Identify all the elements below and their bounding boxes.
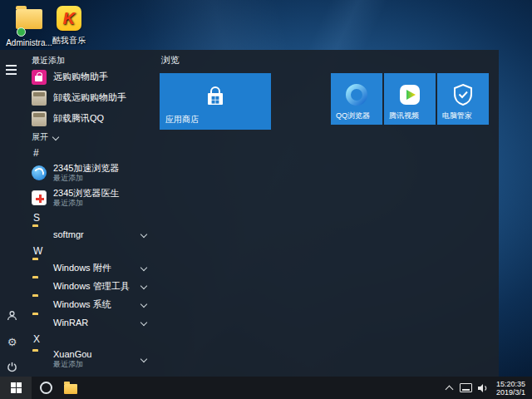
folder-label: WinRAR (53, 318, 88, 328)
shopping-app-icon (32, 70, 47, 85)
expand-button[interactable]: 展开 (23, 129, 160, 145)
tile-app-store[interactable]: 应用商店 (160, 73, 271, 130)
folder-icon (16, 9, 42, 36)
folder-item-windows-system[interactable]: Windows 系统 (23, 295, 160, 313)
taskbar: 15:20:35 2019/3/1 (0, 377, 532, 399)
shield-icon (451, 83, 475, 106)
tile-pc-manager[interactable]: 电脑管家 (437, 73, 489, 125)
folder-label: XuanGou (53, 349, 91, 359)
uninstaller-icon (32, 91, 47, 106)
qq-browser-icon (344, 82, 369, 107)
app-item-2345-doctor[interactable]: 2345浏览器医生 最近添加 (23, 185, 160, 210)
expand-label: 展开 (32, 131, 48, 143)
app-label: 卸载远购购物助手 (53, 91, 126, 104)
folder-item-xuangou[interactable]: XuanGou 最近添加 (23, 347, 160, 372)
tile-label: 应用商店 (165, 114, 199, 126)
hamburger-menu-icon[interactable] (6, 65, 17, 77)
section-letter-w[interactable]: W (23, 244, 160, 259)
tile-label: QQ浏览器 (336, 111, 370, 121)
speaker-icon (477, 383, 489, 393)
chevron-down-icon (52, 134, 59, 140)
clock-time: 15:20:35 (496, 380, 525, 388)
start-button[interactable] (0, 377, 32, 399)
search-icon (40, 382, 52, 394)
folder-item-windows-accessories[interactable]: Windows 附件 (23, 259, 160, 277)
kuwo-music-icon: K (56, 6, 82, 32)
system-tray: 15:20:35 2019/3/1 (441, 377, 532, 399)
app-sublabel: 最近添加 (53, 198, 119, 208)
start-menu-rail: ⚙ (0, 50, 23, 377)
user-icon (7, 310, 17, 321)
keyboard-icon (460, 383, 472, 392)
folder-item-winrar[interactable]: WinRAR (23, 313, 160, 332)
start-menu: ⚙ 最近添加 远购购物助手 卸载远购购物助手 卸载腾讯QQ 展开 # (0, 50, 499, 377)
desktop-icon-label: 酷我音乐 (45, 35, 93, 47)
app-label: 2345浏览器医生 (53, 188, 119, 198)
file-explorer-icon (64, 384, 77, 394)
doctor-app-icon (32, 190, 47, 205)
file-explorer-button[interactable] (60, 377, 81, 399)
chevron-down-icon (140, 356, 147, 362)
gear-icon: ⚙ (7, 336, 17, 348)
app-item-uninstall-qq[interactable]: 卸载腾讯QQ (23, 108, 160, 129)
chevron-down-icon (140, 319, 147, 326)
app-label: 远购购物助手 (53, 71, 108, 83)
play-icon (398, 83, 421, 106)
app-sublabel: 最近添加 (53, 173, 119, 183)
desktop-icon-kuwo-music[interactable]: K 酷我音乐 (45, 5, 93, 47)
app-item-2345-browser[interactable]: 2345加速浏览器 最近添加 (23, 160, 160, 185)
folder-label: softmgr (53, 229, 84, 239)
tile-label: 电脑管家 (442, 111, 472, 121)
tile-tencent-video[interactable]: 腾讯视频 (384, 73, 436, 125)
tile-qq-browser[interactable]: QQ浏览器 (331, 73, 382, 125)
section-letter-hash[interactable]: # (23, 145, 160, 160)
app-label: 卸载腾讯QQ (53, 112, 104, 125)
clock-date: 2019/3/1 (496, 388, 525, 397)
chevron-up-icon (446, 385, 454, 393)
power-icon (7, 362, 17, 372)
chevron-down-icon (140, 264, 147, 271)
chevron-down-icon (140, 231, 147, 238)
start-tiles-area: 浏览 应用商店 QQ浏览器 (160, 50, 499, 377)
tile-group-label[interactable]: 浏览 (161, 54, 180, 66)
tile-label: 腾讯视频 (389, 111, 419, 121)
power-button[interactable] (6, 361, 18, 373)
folder-label: Windows 管理工具 (53, 280, 130, 293)
settings-button[interactable]: ⚙ (6, 336, 18, 348)
user-account-button[interactable] (6, 309, 18, 322)
section-letter-s[interactable]: S (23, 210, 160, 225)
section-letter-x[interactable]: X (23, 332, 160, 347)
app-item-uninstall-yuangou[interactable]: 卸载远购购物助手 (23, 87, 160, 108)
sync-badge-icon (17, 27, 26, 37)
browser-app-icon (32, 165, 47, 180)
chevron-down-icon (140, 301, 147, 308)
windows-logo-icon (11, 382, 22, 393)
chevron-down-icon (140, 283, 147, 289)
folder-item-windows-admin-tools[interactable]: Windows 管理工具 (23, 277, 160, 295)
app-item-yuangou-assistant[interactable]: 远购购物助手 (23, 66, 160, 87)
start-app-list: 最近添加 远购购物助手 卸载远购购物助手 卸载腾讯QQ 展开 # 2345加速浏… (23, 50, 160, 377)
uninstaller-icon (32, 111, 47, 126)
search-button[interactable] (35, 377, 57, 399)
folder-label: Windows 系统 (53, 298, 111, 311)
clock[interactable]: 15:20:35 2019/3/1 (491, 380, 532, 397)
folder-item-softmgr[interactable]: softmgr (23, 225, 160, 244)
volume-button[interactable] (475, 377, 491, 399)
recent-added-header: 最近添加 (23, 54, 160, 66)
folder-label: Windows 附件 (53, 262, 111, 274)
app-sublabel: 最近添加 (53, 359, 91, 369)
touch-keyboard-button[interactable] (458, 377, 475, 399)
app-label: 2345加速浏览器 (53, 163, 119, 173)
store-bag-icon (201, 83, 229, 111)
hidden-icons-button[interactable] (441, 377, 458, 399)
